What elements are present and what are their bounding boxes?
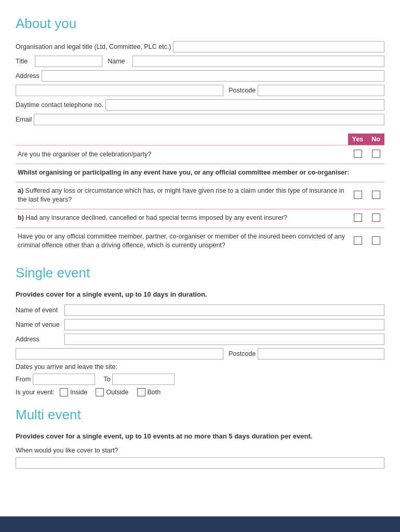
venue-name-input[interactable] (64, 319, 384, 330)
venue-name-label: Name of venue (16, 321, 62, 328)
q3-text: b) Had any insurance declined, cancelled… (16, 209, 348, 228)
table-row: Are you the organiser of the celebration… (16, 145, 384, 164)
org-label: Organisation and legal title (Ltd, Commi… (16, 43, 171, 50)
q2-no-checkbox[interactable] (372, 191, 380, 199)
q4-text: Have you or any official committee membe… (16, 228, 348, 255)
event-name-label: Name of event (16, 307, 62, 314)
table-row: Have you or any official committee membe… (16, 228, 384, 255)
q-header-text: Whilst organising or participating in an… (16, 164, 384, 182)
single-event-section: Single event Provides cover for a single… (16, 265, 384, 396)
q3-yes-checkbox[interactable] (354, 214, 362, 222)
se-address-label: Address (16, 336, 62, 343)
se-address-line2-row: Postcode (16, 348, 384, 360)
q3-prefix: b) (18, 214, 25, 221)
about-you-section: About you Organisation and legal title (… (16, 16, 384, 255)
cover-start-label: When would you like cover to start? (16, 447, 118, 454)
postcode-input[interactable] (258, 85, 384, 96)
yn-yes-header: Yes (348, 134, 368, 145)
outside-checkbox[interactable] (96, 388, 104, 396)
multi-event-section: Multi event Provides cover for a single … (16, 407, 384, 469)
bottom-bar (0, 516, 400, 532)
q3-no-cell (367, 209, 384, 228)
event-type-label: Is your event: (16, 389, 55, 396)
about-you-title: About you (16, 16, 384, 32)
email-row: Email (16, 114, 384, 125)
name-input[interactable] (132, 56, 385, 67)
to-label: To (103, 376, 110, 383)
se-postcode-input[interactable] (258, 348, 384, 360)
from-input[interactable] (33, 374, 95, 385)
both-option[interactable]: Both (137, 388, 161, 396)
cover-start-input[interactable] (16, 457, 384, 469)
outside-label: Outside (106, 389, 128, 396)
dates-label: Dates you arrive and leave the site: (16, 363, 117, 370)
email-input[interactable] (34, 114, 384, 125)
daytime-label: Daytime contact telephone no. (16, 101, 103, 109)
dates-label-row: Dates you arrive and leave the site: (16, 363, 384, 370)
inside-checkbox[interactable] (60, 388, 68, 396)
org-row: Organisation and legal title (Ltd, Commi… (16, 41, 384, 52)
address-input[interactable] (42, 70, 384, 82)
multi-event-title: Multi event (16, 407, 384, 423)
address2-input[interactable] (16, 85, 223, 96)
multi-event-subtitle: Provides cover for a single event, up to… (16, 432, 384, 440)
daytime-input[interactable] (105, 99, 384, 111)
single-event-title: Single event (16, 265, 384, 281)
email-label: Email (16, 116, 32, 123)
from-label: From (16, 376, 31, 383)
title-label: Title (16, 58, 28, 65)
q3-yes-cell (348, 209, 368, 228)
cover-start-input-row (16, 457, 384, 469)
address-label: Address (16, 72, 39, 79)
yn-table: Yes No Are you the organiser of the cele… (16, 134, 384, 255)
inside-label: Inside (70, 389, 87, 396)
venue-name-row: Name of venue (16, 319, 384, 330)
se-address-row: Address (16, 334, 384, 345)
table-row: Whilst organising or participating in an… (16, 164, 384, 182)
single-event-subtitle: Provides cover for a single event, up to… (16, 290, 384, 298)
q1-yes-cell (348, 145, 368, 164)
q2-no-cell (367, 182, 384, 209)
from-to-row: From To (16, 374, 384, 385)
q3-no-checkbox[interactable] (372, 214, 380, 222)
q1-yes-checkbox[interactable] (354, 150, 362, 158)
q1-text: Are you the organiser of the celebration… (16, 145, 348, 164)
daytime-row: Daytime contact telephone no. (16, 99, 384, 111)
q1-no-checkbox[interactable] (372, 150, 380, 158)
se-address-input[interactable] (64, 334, 384, 345)
org-input[interactable] (173, 41, 384, 52)
outside-option[interactable]: Outside (96, 388, 128, 396)
q4-no-cell (367, 228, 384, 255)
table-row: a) Suffered any loss or circumstance whi… (16, 182, 384, 209)
q4-yes-checkbox[interactable] (354, 236, 362, 245)
se-address2-input[interactable] (16, 348, 223, 360)
table-row: b) Had any insurance declined, cancelled… (16, 209, 384, 228)
q1-no-cell (367, 145, 384, 164)
se-postcode-label: Postcode (229, 350, 256, 357)
title-input[interactable] (35, 56, 102, 67)
q2-prefix: a) (18, 187, 25, 194)
both-label: Both (148, 389, 161, 396)
name-label: Name (108, 58, 125, 65)
inside-option[interactable]: Inside (60, 388, 87, 396)
q4-yes-cell (348, 228, 368, 255)
event-name-input[interactable] (64, 304, 384, 316)
event-name-row: Name of event (16, 304, 384, 316)
event-type-row: Is your event: Inside Outside Both (16, 388, 384, 396)
address-line2-row: Postcode (16, 85, 384, 96)
address-row: Address (16, 70, 384, 82)
yn-no-header: No (367, 134, 384, 145)
q4-no-checkbox[interactable] (372, 236, 380, 245)
postcode-label: Postcode (229, 87, 256, 94)
title-name-row: Title Name (16, 56, 384, 67)
q2-text: a) Suffered any loss or circumstance whi… (16, 182, 348, 209)
q2-yes-cell (348, 182, 368, 209)
to-input[interactable] (112, 374, 175, 385)
yn-spacer (16, 134, 348, 145)
q2-yes-checkbox[interactable] (354, 191, 362, 199)
both-checkbox[interactable] (137, 388, 145, 396)
